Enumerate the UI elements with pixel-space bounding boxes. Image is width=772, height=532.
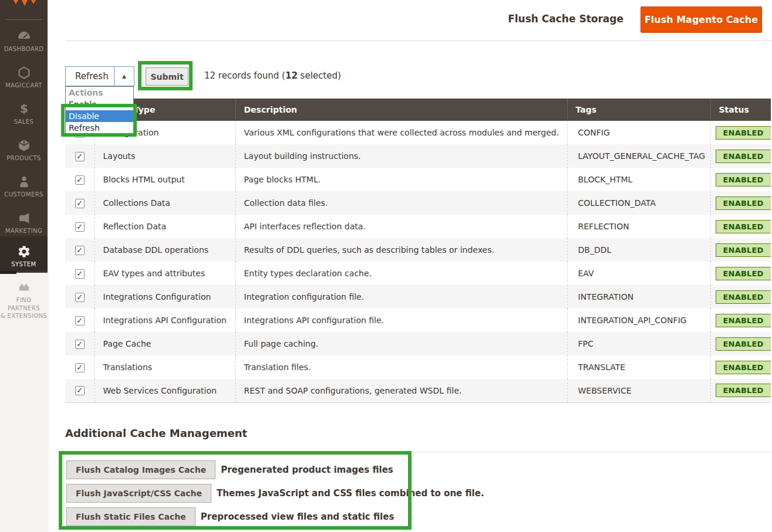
sidebar-item-find-partners[interactable]: FIND PARTNERS & EXTENSIONS	[0, 280, 48, 320]
row-checkbox[interactable]	[75, 199, 85, 208]
status-badge: ENABLED	[716, 126, 771, 140]
description-cell: Entity types declaration cache.	[235, 262, 567, 285]
sidebar-item-magiccart[interactable]: MAGICCART	[0, 66, 48, 89]
row-checkbox[interactable]	[75, 152, 85, 161]
records-count: 12 records found (12 selected)	[204, 70, 341, 81]
mass-action-select[interactable]: Refresh ▲	[65, 66, 134, 86]
sidebar-item-label: MARKETING	[0, 228, 48, 234]
description-cell: Integration configuration file.	[235, 285, 567, 309]
row-checkbox[interactable]	[75, 316, 85, 326]
flush-magento-cache-button[interactable]: Flush Magento Cache	[640, 6, 762, 33]
table-row: Blocks HTML output Page blocks HTML. BLO…	[65, 168, 771, 191]
records-suffix: selected)	[298, 70, 341, 81]
tags-cell: BLOCK_HTML	[567, 168, 710, 191]
magento-logo-icon[interactable]	[13, 0, 36, 9]
sidebar-item-system[interactable]: SYSTEM	[0, 236, 48, 271]
flush-catalog-images-row: Flush Catalog Images Cache Pregenerated …	[66, 460, 393, 479]
additional-cache-title: Additional Cache Management	[65, 427, 247, 439]
svg-text:$: $	[20, 102, 28, 116]
submit-button[interactable]: Submit	[146, 67, 188, 86]
table-row: Translations Translation files. TRANSLAT…	[65, 355, 771, 379]
status-badge: ENABLED	[716, 150, 771, 163]
row-checkbox[interactable]	[75, 363, 85, 372]
flush-catalog-images-description: Pregenerated product images files	[221, 465, 393, 475]
status-badge: ENABLED	[716, 361, 771, 374]
cache-type-cell: Page Cache	[95, 332, 235, 355]
description-cell: Translation files.	[235, 355, 567, 379]
records-prefix: 12 records found (	[204, 70, 285, 81]
flush-js-css-button[interactable]: Flush JavaScript/CSS Cache	[66, 484, 211, 503]
cache-type-cell: Integrations Configuration	[95, 285, 235, 309]
cache-type-cell: Reflection Data	[95, 215, 235, 238]
row-checkbox[interactable]	[75, 175, 85, 185]
chevron-up-icon[interactable]: ▲	[114, 67, 134, 86]
dollar-icon: $	[0, 102, 48, 116]
row-checkbox[interactable]	[75, 222, 85, 232]
cache-type-cell: Blocks HTML output	[95, 168, 235, 191]
table-row: Layouts Layout building instructions. LA…	[65, 144, 771, 168]
flush-catalog-images-button[interactable]: Flush Catalog Images Cache	[66, 460, 215, 479]
tags-cell: WEBSERVICE	[567, 379, 710, 402]
records-selected-count: 12	[285, 70, 298, 81]
cache-type-cell: Database DDL operations	[95, 238, 235, 262]
status-badge: ENABLED	[716, 314, 771, 327]
table-header-row: Cache Type Description Tags Status	[65, 99, 771, 121]
active-item-shadow	[0, 271, 16, 274]
col-header-status[interactable]: Status	[710, 99, 771, 121]
tags-cell: COLLECTION_DATA	[567, 191, 710, 215]
sidebar-divider	[5, 19, 42, 20]
cache-type-cell: Integrations API Configuration	[95, 309, 235, 332]
tags-cell: FPC	[567, 332, 710, 355]
status-badge: ENABLED	[716, 384, 771, 397]
cache-type-cell: Layouts	[95, 144, 235, 168]
table-row: Configuration Various XML configurations…	[65, 121, 771, 144]
mass-action-selected-value: Refresh	[66, 67, 114, 86]
flush-js-css-description: Themes JavaScript and CSS files combined…	[217, 488, 484, 499]
sidebar-item-customers[interactable]: CUSTOMERS	[0, 175, 48, 198]
tags-cell: EAV	[567, 262, 710, 285]
table-row: Integrations API Configuration Integrati…	[65, 309, 771, 332]
megaphone-icon	[0, 211, 48, 225]
description-cell: Full page caching.	[235, 332, 567, 355]
row-checkbox[interactable]	[75, 386, 85, 395]
sidebar-item-label: SALES	[0, 118, 48, 125]
sidebar-item-label-line1: FIND PARTNERS	[8, 297, 40, 311]
tags-cell: INTEGRATION	[567, 285, 710, 309]
description-cell: Collection data files.	[235, 191, 567, 215]
row-checkbox[interactable]	[75, 246, 85, 255]
sidebar-item-sales[interactable]: $ SALES	[0, 102, 48, 125]
flush-static-files-button[interactable]: Flush Static Files Cache	[66, 507, 195, 526]
sidebar-item-products[interactable]: PRODUCTS	[0, 138, 48, 161]
status-badge: ENABLED	[716, 290, 771, 304]
status-badge: ENABLED	[716, 196, 771, 210]
sidebar-extension-area: FIND PARTNERS & EXTENSIONS	[0, 273, 49, 532]
sidebar-item-marketing[interactable]: MARKETING	[0, 211, 48, 234]
col-header-tags[interactable]: Tags	[567, 99, 710, 121]
table-row: Web Services Configuration REST and SOAP…	[65, 379, 771, 402]
dropdown-option-enable[interactable]: Enable	[66, 99, 133, 110]
tags-cell: CONFIG	[567, 121, 710, 144]
row-checkbox[interactable]	[75, 293, 85, 302]
person-icon	[0, 175, 48, 189]
table-row: Database DDL operations Results of DDL q…	[65, 238, 771, 262]
row-checkbox[interactable]	[75, 340, 85, 349]
dropdown-group-label: Actions	[66, 87, 133, 99]
flush-cache-storage-button[interactable]: Flush Cache Storage	[508, 13, 623, 25]
tags-cell: TRANSLATE	[567, 355, 710, 379]
row-checkbox[interactable]	[75, 269, 85, 279]
description-cell: Results of DDL queries, such as describi…	[235, 238, 567, 262]
dropdown-option-refresh[interactable]: Refresh	[66, 122, 133, 134]
description-cell: Various XML configurations that were col…	[235, 121, 567, 144]
box-icon	[0, 138, 48, 153]
description-cell: Layout building instructions.	[235, 144, 567, 168]
sidebar-item-dashboard[interactable]: DASHBOARD	[0, 29, 48, 52]
col-header-description[interactable]: Description	[235, 99, 567, 121]
table-row: Reflection Data API interfaces reflectio…	[65, 215, 771, 238]
flush-static-files-description: Preprocessed view files and static files	[201, 511, 395, 522]
dropdown-option-disable[interactable]: Disable	[66, 110, 133, 122]
admin-sidebar: DASHBOARD MAGICCART $ SALES PRODUCTS CUS…	[0, 0, 48, 273]
sidebar-item-label: DASHBOARD	[0, 46, 48, 52]
mass-action-dropdown: Actions Enable Disable Refresh	[65, 86, 134, 134]
status-badge: ENABLED	[716, 267, 771, 280]
flush-static-files-row: Flush Static Files Cache Preprocessed vi…	[66, 507, 394, 526]
